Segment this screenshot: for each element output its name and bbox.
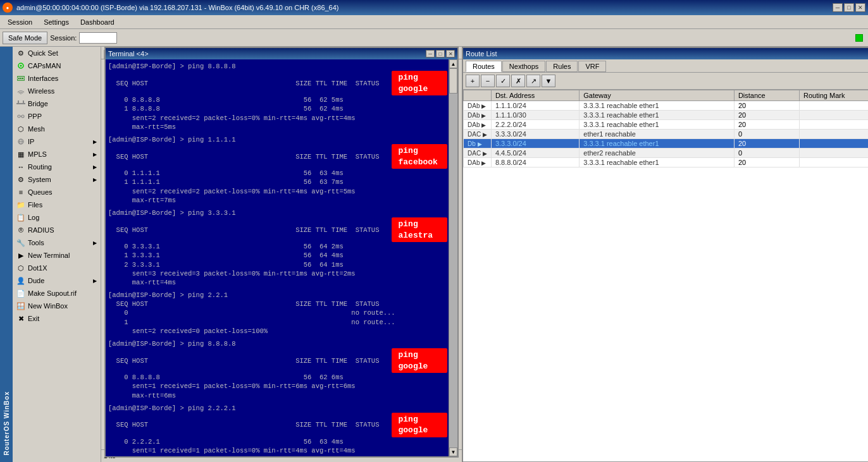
row-dst: 2.2.2.0/24: [491, 120, 579, 130]
main-layout: RouterOS WinBox ⚙ Quick Set CAPsMAN Inte…: [0, 47, 868, 462]
terminal-header4: SEQ HOST SIZE TTL TIME STATUS: [108, 300, 447, 308]
menu-session[interactable]: Session: [3, 17, 37, 27]
ping5-label: ping google: [392, 348, 447, 373]
session-input[interactable]: [79, 32, 117, 44]
brand-bar: RouterOS WinBox: [0, 47, 13, 462]
sidebar-item-log[interactable]: 📋 Log: [13, 211, 101, 224]
scroll-down-btn[interactable]: ▼: [449, 447, 457, 456]
newwinbox-icon: 🪟: [16, 301, 25, 310]
tab-nexthops[interactable]: Nexthops: [502, 61, 545, 72]
tools-icon: 🔧: [16, 238, 25, 247]
table-row[interactable]: DAC ▶ 4.4.5.0/24 ether2 reachable 0 4.4.…: [464, 149, 869, 158]
terminal-minimize[interactable]: ─: [426, 50, 435, 58]
terminal-l3-2: 1 3.3.3.1 56 64 4ms: [108, 251, 447, 260]
row-mark: [800, 158, 868, 167]
terminal-close[interactable]: ✕: [446, 50, 455, 58]
terminal-body[interactable]: [admin@ISP-Borde] > ping 8.8.8.8 SEQ HOS…: [106, 59, 457, 456]
menu-settings[interactable]: Settings: [39, 17, 74, 27]
svg-rect-8: [18, 100, 19, 104]
route-filter-btn[interactable]: ▼: [542, 75, 555, 87]
sidebar-item-wireless[interactable]: Wireless: [13, 85, 101, 97]
sidebar-item-dot1x[interactable]: ⬡ Dot1X: [13, 262, 101, 274]
close-button[interactable]: ✕: [855, 3, 865, 12]
menu-dashboard[interactable]: Dashboard: [75, 17, 120, 27]
tab-rules[interactable]: Rules: [546, 61, 578, 72]
sidebar-item-radius[interactable]: ® RADIUS: [13, 224, 101, 236]
maximize-button[interactable]: □: [844, 3, 854, 12]
sidebar-item-quickset[interactable]: ⚙ Quick Set: [13, 47, 101, 59]
table-row[interactable]: DAC ▶ 3.3.3.0/24 ether1 reachable 0 3.3.…: [464, 130, 869, 139]
row-mark: [800, 101, 868, 111]
terminal-scrollbar[interactable]: ▲ ▼: [449, 59, 457, 456]
sidebar-item-routing[interactable]: ↔ Routing ▶: [13, 161, 101, 173]
sidebar-item-mpls[interactable]: ▦ MPLS ▶: [13, 148, 101, 161]
table-row[interactable]: DAb ▶ 1.1.1.0/30 3.3.3.1 reachable ether…: [464, 111, 869, 120]
safe-mode-button[interactable]: Safe Mode: [3, 32, 47, 44]
table-row[interactable]: DAb ▶ 8.8.8.0/24 3.3.3.1 reachable ether…: [464, 158, 869, 167]
terminal-header6: SEQ HOST SIZE TTL TIME STATUS: [108, 420, 379, 429]
row-gateway: 3.3.3.1 reachable ether1: [580, 139, 735, 149]
queues-icon: ≡: [16, 188, 25, 197]
sidebar-item-bridge[interactable]: Bridge: [13, 97, 101, 110]
terminal-cmd1: [admin@ISP-Borde] > ping 8.8.8.8: [108, 62, 447, 71]
sidebar-item-tools[interactable]: 🔧 Tools ▶: [13, 236, 101, 249]
terminal-title-buttons: ─ □ ✕: [426, 50, 455, 58]
col-gateway[interactable]: Gateway: [580, 90, 735, 101]
terminal-max2: max-rtt=7ms: [108, 196, 447, 205]
terminal-l3-3: 2 3.3.3.1 56 64 1ms: [108, 260, 447, 269]
title-bar-left: ● admin@50:00:00:04:00:00 (ISP-Borde) vi…: [3, 3, 339, 13]
terminal-l6-1: 0 2.2.2.1 56 63 4ms: [108, 437, 447, 446]
terminal-max3: max-rtt=4ms: [108, 278, 447, 287]
route-toolbar: + − ✓ ✗ ↗ ▼ all: [463, 73, 868, 90]
terminal-l5-1: 0 8.8.8.8 56 62 6ms: [108, 373, 447, 382]
route-remove-btn[interactable]: −: [481, 75, 495, 87]
route-titlebar: Route List ─ □ ✕: [463, 48, 868, 59]
tools-arrow: ▶: [93, 240, 97, 246]
scroll-thumb[interactable]: [449, 68, 457, 94]
dude-arrow: ▶: [93, 278, 97, 284]
mesh-icon: ⬡: [16, 125, 25, 133]
tab-vrf[interactable]: VRF: [578, 61, 606, 72]
sidebar-item-dude[interactable]: 👤 Dude ▶: [13, 274, 101, 287]
terminal-maximize[interactable]: □: [436, 50, 445, 58]
ping2-label: ping facebook: [392, 144, 447, 169]
route-list-window: Route List ─ □ ✕ Routes Nexthops Rules V…: [462, 47, 868, 462]
sidebar-item-newterminal[interactable]: ▶ New Terminal: [13, 249, 101, 262]
sidebar-item-newwinbox[interactable]: 🪟 New WinBox: [13, 300, 101, 312]
table-row[interactable]: Db ▶ 3.3.3.0/24 3.3.3.1 reachable ether1…: [464, 139, 869, 149]
route-add-btn[interactable]: +: [466, 75, 480, 87]
interfaces-icon: [16, 74, 25, 83]
sidebar-item-exit[interactable]: ✖ Exit: [13, 312, 101, 325]
sidebar-item-interfaces[interactable]: Interfaces: [13, 72, 101, 85]
col-mark[interactable]: Routing Mark: [800, 90, 868, 101]
row-mark: [800, 149, 868, 158]
minimize-button[interactable]: ─: [833, 3, 843, 12]
table-row[interactable]: DAb ▶ 2.2.2.0/24 3.3.3.1 reachable ether…: [464, 120, 869, 130]
sidebar-item-ppp[interactable]: PPP: [13, 110, 101, 123]
sidebar-item-capsman[interactable]: CAPsMAN: [13, 59, 101, 72]
route-enable-btn[interactable]: ✓: [496, 75, 510, 87]
capsman-icon: [16, 61, 25, 70]
route-copy-btn[interactable]: ↗: [526, 75, 540, 87]
tab-routes[interactable]: Routes: [466, 61, 502, 72]
sidebar-item-mesh[interactable]: ⬡ Mesh: [13, 123, 101, 135]
sidebar: ⚙ Quick Set CAPsMAN Interfaces Wireless: [13, 47, 101, 462]
terminal-l3-1: 0 3.3.3.1 56 64 2ms: [108, 242, 447, 251]
col-distance[interactable]: Distance: [734, 90, 799, 101]
ip-icon: [16, 137, 25, 146]
row-distance: 20: [734, 111, 799, 120]
scroll-up-btn[interactable]: ▲: [449, 59, 457, 68]
sidebar-item-ip[interactable]: IP ▶: [13, 135, 101, 148]
sidebar-item-files[interactable]: 📁 Files: [13, 198, 101, 211]
table-row[interactable]: DAb ▶ 1.1.1.0/24 3.3.3.1 reachable ether…: [464, 101, 869, 111]
route-disable-btn[interactable]: ✗: [511, 75, 525, 87]
svg-rect-4: [20, 78, 22, 79]
terminal-ping3-row: SEQ HOST SIZE TTL TIME STATUS ping alest…: [108, 217, 447, 242]
sidebar-item-queues[interactable]: ≡ Queues: [13, 186, 101, 198]
terminal-l1-2: 1 8.8.8.8 56 62 4ms: [108, 104, 447, 113]
sidebar-item-makesupout[interactable]: 📄 Make Supout.rif: [13, 287, 101, 300]
row-dst: 1.1.1.0/24: [491, 101, 579, 111]
col-dst[interactable]: Dst. Address: [491, 90, 579, 101]
sidebar-item-system[interactable]: ⚙ System ▶: [13, 173, 101, 186]
system-arrow: ▶: [93, 177, 97, 183]
